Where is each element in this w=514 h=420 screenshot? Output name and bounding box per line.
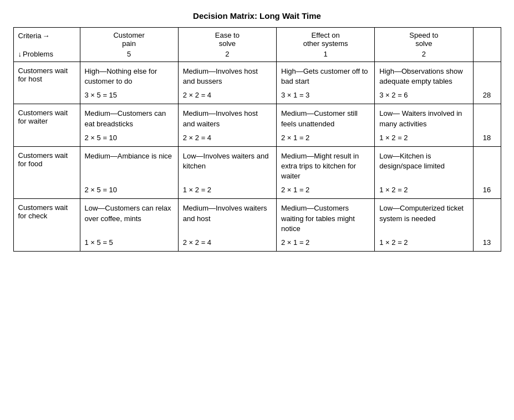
table-row: Customers wait for waiter Medium—Custome…: [13, 104, 501, 146]
header-cell-1: Ease tosolve 2: [179, 27, 277, 62]
cell-desc-2-0: Medium—Ambiance is nice: [85, 151, 174, 182]
table-row: Customers wait for food Medium—Ambiance …: [13, 147, 501, 199]
data-cell-3-3: Low—Computerized ticket system is needed…: [375, 199, 473, 252]
data-cell-2-1: Low—Involves waiters and kitchen 1 × 2 =…: [179, 147, 277, 199]
data-cell-1-2: Medium—Customer still feels unattended 2…: [277, 104, 375, 146]
cell-desc-1-0: Medium—Customers can eat breadsticks: [85, 109, 174, 129]
data-cell-2-2: Medium—Might result in extra trips to ki…: [277, 147, 375, 199]
header-cell-2: Effect onother systems 1: [277, 27, 375, 62]
cell-formula-2-0: 2 × 5 = 10: [85, 186, 174, 194]
row-label-1: Customers wait for waiter: [13, 104, 80, 146]
cell-desc-3-1: Medium—Involves waiters and host: [183, 203, 272, 234]
cell-formula-2-2: 2 × 1 = 2: [281, 186, 370, 194]
cell-desc-3-3: Low—Computerized ticket system is needed: [379, 203, 468, 234]
data-cell-2-3: Low—Kitchen is design/space limited 1 × …: [375, 147, 473, 199]
data-cell-3-0: Low—Customers can relax over coffee, min…: [80, 199, 179, 252]
col-weight-3: 2: [379, 50, 468, 58]
data-cell-2-0: Medium—Ambiance is nice 2 × 5 = 10: [80, 147, 179, 199]
cell-desc-1-1: Medium—Involves host and waiters: [183, 109, 272, 129]
cell-desc-0-3: High—Observations show adequate empty ta…: [379, 66, 468, 86]
col-name-2: Effect onother systems: [281, 31, 370, 48]
cell-formula-1-2: 2 × 1 = 2: [281, 134, 370, 142]
data-cells-3: Low—Customers can relax over coffee, min…: [80, 199, 474, 252]
cell-formula-1-1: 2 × 2 = 4: [183, 134, 272, 142]
cell-desc-2-3: Low—Kitchen is design/space limited: [379, 151, 468, 182]
header-cell-0: Customerpain 5: [80, 27, 179, 62]
cell-desc-0-1: Medium—Involves host and bussers: [183, 66, 272, 86]
score-col-header: [474, 27, 501, 62]
data-cells-2: Medium—Ambiance is nice 2 × 5 = 10 Low—I…: [80, 147, 474, 199]
header-section: Criteria → ↓ Problems Customerpain 5: [13, 27, 501, 62]
cell-formula-1-3: 1 × 2 = 2: [379, 134, 468, 142]
data-cell-0-1: Medium—Involves host and bussers 2 × 2 =…: [179, 62, 277, 104]
table-row: Customers wait for check Low—Customers c…: [13, 199, 501, 252]
data-cell-0-2: High—Gets customer off to bad start 3 × …: [277, 62, 375, 104]
header-cols: Customerpain 5 Ease tosolve 2 Effect ono…: [80, 27, 474, 62]
cell-formula-0-3: 3 × 2 = 6: [379, 91, 468, 99]
row-label-0: Customers wait for host: [13, 62, 80, 104]
col-weight-2: 1: [281, 50, 370, 58]
matrix-container: Criteria → ↓ Problems Customerpain 5: [13, 27, 501, 252]
data-cell-0-0: High—Nothing else for customer to do 3 ×…: [80, 62, 179, 104]
corner-cell: Criteria → ↓ Problems: [13, 27, 80, 62]
data-cell-1-0: Medium—Customers can eat breadsticks 2 ×…: [80, 104, 179, 146]
col-name-1: Ease tosolve: [183, 31, 272, 48]
cell-formula-2-3: 1 × 2 = 2: [379, 186, 468, 194]
col-weight-0: 5: [85, 50, 174, 58]
cell-formula-2-1: 1 × 2 = 2: [183, 186, 272, 194]
data-cell-3-1: Medium—Involves waiters and host 2 × 2 =…: [179, 199, 277, 252]
cell-formula-3-0: 1 × 5 = 5: [85, 238, 174, 247]
cell-formula-1-0: 2 × 5 = 10: [85, 134, 174, 142]
score-cell-3: 13: [474, 199, 501, 252]
criteria-label: Criteria →: [18, 32, 75, 40]
cell-formula-0-1: 2 × 2 = 4: [183, 91, 272, 99]
page-wrapper: Decision Matrix: Long Wait Time Criteria…: [13, 11, 501, 252]
cell-formula-0-0: 3 × 5 = 15: [85, 91, 174, 99]
cell-desc-0-2: High—Gets customer off to bad start: [281, 66, 370, 86]
cell-desc-3-0: Low—Customers can relax over coffee, min…: [85, 203, 174, 234]
cell-desc-1-2: Medium—Customer still feels unattended: [281, 109, 370, 129]
body-section: Customers wait for host High—Nothing els…: [13, 62, 501, 252]
data-cell-3-2: Medium—Customers waiting for tables migh…: [277, 199, 375, 252]
table-row: Customers wait for host High—Nothing els…: [13, 62, 501, 104]
cell-formula-3-2: 2 × 1 = 2: [281, 238, 370, 247]
data-cells-0: High—Nothing else for customer to do 3 ×…: [80, 62, 474, 104]
col-name-3: Speed tosolve: [379, 31, 468, 48]
data-cell-1-3: Low— Waiters involved in many activities…: [375, 104, 473, 146]
col-name-0: Customerpain: [85, 31, 174, 48]
cell-desc-2-2: Medium—Might result in extra trips to ki…: [281, 151, 370, 182]
data-cell-0-3: High—Observations show adequate empty ta…: [375, 62, 473, 104]
cell-formula-0-2: 3 × 1 = 3: [281, 91, 370, 99]
cell-desc-2-1: Low—Involves waiters and kitchen: [183, 151, 272, 182]
cell-desc-3-2: Medium—Customers waiting for tables migh…: [281, 203, 370, 234]
col-weight-1: 2: [183, 50, 272, 58]
header-cell-3: Speed tosolve 2: [375, 27, 473, 62]
cell-desc-1-3: Low— Waiters involved in many activities: [379, 109, 468, 129]
page-title: Decision Matrix: Long Wait Time: [13, 11, 501, 21]
score-cell-1: 18: [474, 104, 501, 146]
score-cell-2: 16: [474, 147, 501, 199]
row-label-3: Customers wait for check: [13, 199, 80, 252]
row-label-2: Customers wait for food: [13, 147, 80, 199]
score-cell-0: 28: [474, 62, 501, 104]
data-cells-1: Medium—Customers can eat breadsticks 2 ×…: [80, 104, 474, 146]
cell-formula-3-1: 2 × 2 = 4: [183, 238, 272, 247]
problems-label: ↓ Problems: [18, 50, 75, 58]
cell-formula-3-3: 1 × 2 = 2: [379, 238, 468, 247]
cell-desc-0-0: High—Nothing else for customer to do: [85, 66, 174, 86]
data-cell-1-1: Medium—Involves host and waiters 2 × 2 =…: [179, 104, 277, 146]
